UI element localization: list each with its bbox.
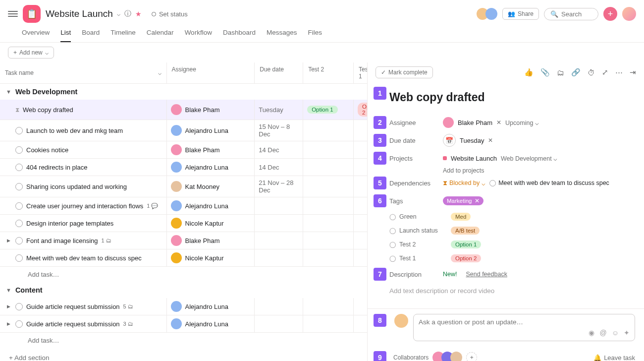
expand-icon[interactable]: ▶ <box>7 238 12 243</box>
hamburger-menu-icon[interactable] <box>8 9 18 19</box>
subtask-icon[interactable]: 🗂 <box>557 68 564 77</box>
people-icon: 👥 <box>508 10 515 17</box>
custom-field-value[interactable]: Med <box>451 213 471 221</box>
search-box[interactable]: 🔍 <box>544 8 598 20</box>
column-header-task[interactable]: Task name⌵ <box>0 62 167 83</box>
tab-board[interactable]: Board <box>82 29 100 42</box>
expand-icon[interactable]: ▶ <box>7 304 12 309</box>
custom-field-value[interactable]: Option 2 <box>451 254 481 262</box>
dependency-task[interactable]: Meet with web dev team to discuss spec <box>489 180 609 186</box>
complete-toggle[interactable] <box>15 320 23 328</box>
record-icon[interactable]: ◉ <box>589 329 594 337</box>
section-header[interactable]: ▼Web Development <box>0 84 367 100</box>
custom-field-value[interactable]: A/B test <box>451 227 480 235</box>
send-feedback-link[interactable]: Send feedback <box>466 271 507 278</box>
column-header-test2[interactable]: Test 2 <box>303 62 354 83</box>
remove-tag-icon[interactable]: ✕ <box>475 197 480 204</box>
star-icon[interactable]: ★ <box>135 10 142 18</box>
section-header[interactable]: ▼Content <box>0 282 367 298</box>
search-input[interactable] <box>561 10 591 18</box>
leave-task-button[interactable]: 🔔 Leave task <box>593 354 635 361</box>
close-panel-icon[interactable]: ⇥ <box>630 68 636 77</box>
tab-workflow[interactable]: Workflow <box>185 29 212 42</box>
task-row[interactable]: Create user journey and interaction flow… <box>0 197 367 215</box>
like-icon[interactable]: 👍 <box>524 68 534 77</box>
column-header-test1[interactable]: Test 1 <box>354 62 367 83</box>
more-icon[interactable]: ⋯ <box>615 68 623 77</box>
complete-toggle[interactable] <box>15 237 23 244</box>
description-input[interactable]: Add text description or record video <box>374 283 632 295</box>
collaborator-avatars[interactable] <box>432 352 462 361</box>
task-row[interactable]: Design interior page templates Nicole Ka… <box>0 215 367 232</box>
custom-field-value[interactable]: Option 1 <box>451 241 481 248</box>
global-create-button[interactable]: + <box>603 7 617 21</box>
complete-toggle[interactable] <box>15 202 23 210</box>
add-collaborator-button[interactable]: + <box>466 352 477 361</box>
task-row[interactable]: ▶ Font and image licensing 1 🗂 Blake Pha… <box>0 232 367 249</box>
task-row[interactable]: Cookies notice Blake Pham 14 Dec <box>0 141 367 159</box>
project-menu-chevron-icon[interactable]: ⌵ <box>117 10 120 17</box>
comment-input[interactable] <box>419 318 630 326</box>
assignee-name[interactable]: Blake Pham <box>458 119 492 126</box>
section-collapse-icon[interactable]: ▼ <box>6 287 11 293</box>
tab-list[interactable]: List <box>60 29 71 42</box>
calendar-icon[interactable]: 📅 <box>443 134 456 147</box>
task-row[interactable]: Sharing icons updated and working Kat Mo… <box>0 176 367 197</box>
tab-files[interactable]: Files <box>308 29 322 42</box>
emoji-icon[interactable]: ☺ <box>612 329 619 337</box>
info-icon[interactable]: ⓘ <box>124 9 131 18</box>
task-row[interactable]: 404 redirects in place Alejandro Luna 14… <box>0 159 367 176</box>
tag-chip[interactable]: Marketing ✕ <box>443 196 483 205</box>
current-user-avatar[interactable] <box>622 7 636 21</box>
due-date-value[interactable]: Tuesday <box>460 137 484 144</box>
tab-messages[interactable]: Messages <box>267 29 297 42</box>
tab-overview[interactable]: Overview <box>22 29 50 42</box>
section-collapse-icon[interactable]: ▼ <box>6 89 11 95</box>
tab-dashboard[interactable]: Dashboard <box>223 29 256 42</box>
project-members[interactable] <box>477 8 497 20</box>
add-task-button[interactable]: Add task… <box>0 333 367 348</box>
add-section-button[interactable]: + Add section <box>0 348 367 361</box>
task-row[interactable]: Meet with web dev team to discuss spec N… <box>0 249 367 267</box>
timer-icon[interactable]: ⏱ <box>588 68 595 77</box>
complete-toggle[interactable] <box>15 127 23 134</box>
task-row[interactable]: Launch to web dev and mkg team Alejandro… <box>0 120 367 141</box>
task-row[interactable]: ▶ Guide article request submission 3 🗂 A… <box>0 315 367 333</box>
complete-toggle[interactable] <box>15 220 23 227</box>
assignee-avatar <box>171 318 182 329</box>
expand-icon[interactable]: ▶ <box>7 321 12 326</box>
comment-box[interactable]: ◉ @ ☺ ✦ <box>413 314 635 341</box>
complete-toggle[interactable] <box>15 146 23 154</box>
add-task-button[interactable]: Add task… <box>0 267 367 282</box>
complete-toggle[interactable] <box>15 164 23 171</box>
task-row[interactable]: ⧗ Web copy drafted Blake Pham Tuesday Op… <box>0 100 367 120</box>
column-header-due[interactable]: Due date <box>255 62 303 83</box>
share-button[interactable]: 👥 Share <box>502 8 539 20</box>
mention-icon[interactable]: @ <box>599 329 606 337</box>
fullscreen-icon[interactable]: ⤢ <box>602 68 608 77</box>
add-new-button[interactable]: + Add new ⌵ <box>8 47 54 59</box>
project-section-dropdown[interactable]: Web Development ⌵ <box>501 155 557 162</box>
mark-complete-button[interactable]: ✓ Mark complete <box>376 66 433 78</box>
field-icon: ◯ <box>389 255 396 262</box>
column-header-assignee[interactable]: Assignee <box>167 62 255 83</box>
test2-pill[interactable]: Option 1 <box>307 106 337 114</box>
test1-pill[interactable]: Option 2 <box>358 103 367 117</box>
add-to-projects-button[interactable]: Add to projects <box>374 167 632 174</box>
tab-calendar[interactable]: Calendar <box>147 29 174 42</box>
tab-timeline[interactable]: Timeline <box>110 29 136 42</box>
clear-due-icon[interactable]: ✕ <box>488 137 493 144</box>
blocked-by-dropdown[interactable]: ⧗ Blocked by ⌵ <box>443 180 485 187</box>
clear-assignee-icon[interactable]: ✕ <box>496 119 501 126</box>
upcoming-dropdown[interactable]: Upcoming ⌵ <box>505 119 539 126</box>
attachment-icon[interactable]: 📎 <box>540 68 550 77</box>
task-title[interactable]: Web copy drafted <box>389 87 485 111</box>
project-name[interactable]: Website Launch <box>451 155 497 162</box>
link-icon[interactable]: 🔗 <box>571 68 581 77</box>
star-action-icon[interactable]: ✦ <box>624 329 630 337</box>
task-row[interactable]: ▶ Guide article request submission 5 🗂 A… <box>0 298 367 315</box>
complete-toggle[interactable] <box>15 254 23 262</box>
complete-toggle[interactable] <box>15 183 23 190</box>
complete-toggle[interactable] <box>15 303 23 310</box>
set-status-button[interactable]: Set status <box>152 10 188 18</box>
